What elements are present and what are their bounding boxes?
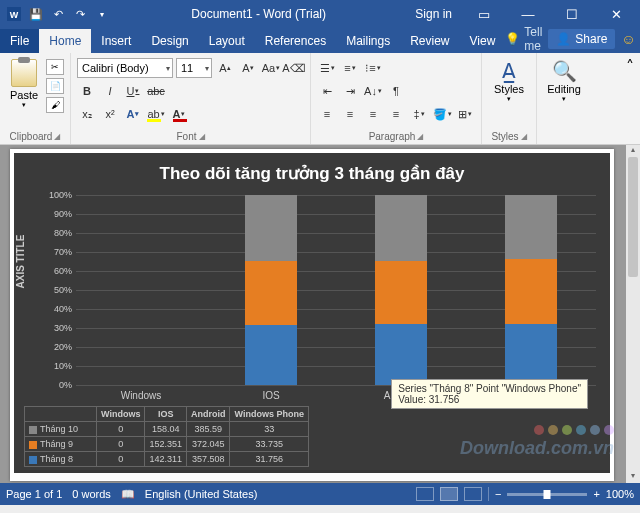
undo-icon[interactable]: ↶ — [50, 6, 66, 22]
paragraph-launcher-icon[interactable]: ◢ — [417, 132, 423, 141]
maximize-icon[interactable]: ☐ — [552, 0, 592, 28]
underline-button[interactable]: U — [123, 81, 143, 101]
group-editing: 🔍 Editing ▾ — [537, 53, 591, 144]
minimize-icon[interactable]: — — [508, 0, 548, 28]
bullets-button[interactable]: ☰ — [317, 58, 337, 78]
styles-button[interactable]: A̲ Styles ▾ — [488, 55, 530, 130]
tab-file[interactable]: File — [0, 29, 39, 53]
line-spacing-button[interactable]: ‡ — [409, 104, 429, 124]
ribbon-display-icon[interactable]: ▭ — [464, 0, 504, 28]
axis-title: AXIS TITLE — [15, 235, 26, 289]
decrease-indent-button[interactable]: ⇤ — [317, 81, 337, 101]
strike-button[interactable]: abc — [146, 81, 166, 101]
collapse-ribbon-icon[interactable]: ˄ — [620, 53, 640, 144]
grow-font-button[interactable]: A▴ — [215, 58, 235, 78]
ribbon: Paste ▾ ✂ 📄 🖌 Clipboard◢ Calibri (Body) … — [0, 53, 640, 145]
subscript-button[interactable]: x₂ — [77, 104, 97, 124]
smiley-icon[interactable]: ☺ — [621, 31, 635, 47]
tell-me[interactable]: 💡Tell me — [505, 25, 542, 53]
tab-insert[interactable]: Insert — [91, 29, 141, 53]
editing-button[interactable]: 🔍 Editing ▾ — [543, 55, 585, 130]
chart-title: Theo dõi tăng trưởng 3 tháng gần đây — [14, 153, 610, 190]
change-case-button[interactable]: Aa — [261, 58, 281, 78]
show-marks-button[interactable]: ¶ — [386, 81, 406, 101]
clipboard-launcher-icon[interactable]: ◢ — [54, 132, 60, 141]
signin-link[interactable]: Sign in — [407, 7, 460, 21]
font-color-button[interactable]: A — [169, 104, 189, 124]
cut-button[interactable]: ✂ — [46, 59, 64, 75]
window-title: Document1 - Word (Trial) — [110, 7, 407, 21]
lightbulb-icon: 💡 — [505, 32, 520, 46]
bold-button[interactable]: B — [77, 81, 97, 101]
scroll-down-icon[interactable]: ▾ — [626, 471, 640, 483]
font-launcher-icon[interactable]: ◢ — [199, 132, 205, 141]
styles-icon: A̲ — [502, 59, 516, 83]
page-indicator[interactable]: Page 1 of 1 — [6, 488, 62, 500]
font-name-combo[interactable]: Calibri (Body) — [77, 58, 173, 78]
redo-icon[interactable]: ↷ — [72, 6, 88, 22]
tab-view[interactable]: View — [460, 29, 506, 53]
svg-text:W: W — [10, 10, 19, 20]
read-mode-button[interactable] — [416, 487, 434, 501]
document-area: Theo dõi tăng trưởng 3 tháng gần đây AXI… — [0, 145, 640, 483]
group-label-styles: Styles — [491, 131, 518, 142]
align-center-button[interactable]: ≡ — [340, 104, 360, 124]
chart-data-table: WindowsIOSAndroidWindows PhoneTháng 1001… — [24, 406, 309, 467]
paste-icon — [11, 59, 37, 87]
chart-object[interactable]: Theo dõi tăng trưởng 3 tháng gần đây AXI… — [14, 153, 610, 473]
zoom-value[interactable]: 100% — [606, 488, 634, 500]
sort-button[interactable]: A↓ — [363, 81, 383, 101]
save-icon[interactable]: 💾 — [28, 6, 44, 22]
superscript-button[interactable]: x² — [100, 104, 120, 124]
multilevel-button[interactable]: ⁝≡ — [363, 58, 383, 78]
shrink-font-button[interactable]: A▾ — [238, 58, 258, 78]
clear-format-button[interactable]: A⌫ — [284, 58, 304, 78]
share-icon: 👤 — [556, 32, 571, 46]
font-size-combo[interactable]: 11 — [176, 58, 212, 78]
tab-references[interactable]: References — [255, 29, 336, 53]
tab-mailings[interactable]: Mailings — [336, 29, 400, 53]
text-effects-button[interactable]: A — [123, 104, 143, 124]
group-font: Calibri (Body) 11 A▴ A▾ Aa A⌫ B I U abc … — [71, 53, 311, 144]
scroll-up-icon[interactable]: ▴ — [626, 145, 640, 157]
page[interactable]: Theo dõi tăng trưởng 3 tháng gần đây AXI… — [10, 149, 614, 481]
find-icon: 🔍 — [552, 59, 577, 83]
zoom-slider[interactable] — [507, 493, 587, 496]
italic-button[interactable]: I — [100, 81, 120, 101]
styles-launcher-icon[interactable]: ◢ — [521, 132, 527, 141]
group-clipboard: Paste ▾ ✂ 📄 🖌 Clipboard◢ — [0, 53, 71, 144]
language-indicator[interactable]: English (United States) — [145, 488, 258, 500]
scroll-thumb[interactable] — [628, 157, 638, 277]
numbering-button[interactable]: ≡ — [340, 58, 360, 78]
format-painter-button[interactable]: 🖌 — [46, 97, 64, 113]
qat-dropdown-icon[interactable]: ▾ — [94, 6, 110, 22]
align-right-button[interactable]: ≡ — [363, 104, 383, 124]
paste-button[interactable]: Paste ▾ — [6, 55, 42, 130]
align-left-button[interactable]: ≡ — [317, 104, 337, 124]
chart-tooltip: Series "Tháng 8" Point "Windows Phone" V… — [391, 379, 588, 409]
shading-button[interactable]: 🪣 — [432, 104, 452, 124]
share-button[interactable]: 👤Share — [548, 29, 615, 49]
tab-review[interactable]: Review — [400, 29, 459, 53]
group-label-clipboard: Clipboard — [10, 131, 53, 142]
word-count[interactable]: 0 words — [72, 488, 111, 500]
highlight-button[interactable]: ab — [146, 104, 166, 124]
justify-button[interactable]: ≡ — [386, 104, 406, 124]
borders-button[interactable]: ⊞ — [455, 104, 475, 124]
web-layout-button[interactable] — [464, 487, 482, 501]
spell-check-icon[interactable]: 📖 — [121, 488, 135, 501]
close-icon[interactable]: ✕ — [596, 0, 636, 28]
chart-plot: 0%10%20%30%40%50%60%70%80%90%100%Windows… — [76, 195, 596, 385]
zoom-out-button[interactable]: − — [495, 488, 501, 500]
watermark-dots — [534, 425, 614, 435]
group-styles: A̲ Styles ▾ Styles◢ — [482, 53, 537, 144]
print-layout-button[interactable] — [440, 487, 458, 501]
tab-home[interactable]: Home — [39, 29, 91, 53]
tab-design[interactable]: Design — [141, 29, 198, 53]
copy-button[interactable]: 📄 — [46, 78, 64, 94]
group-label-font: Font — [176, 131, 196, 142]
tab-layout[interactable]: Layout — [199, 29, 255, 53]
vertical-scrollbar[interactable]: ▴ ▾ — [626, 145, 640, 483]
zoom-in-button[interactable]: + — [593, 488, 599, 500]
increase-indent-button[interactable]: ⇥ — [340, 81, 360, 101]
